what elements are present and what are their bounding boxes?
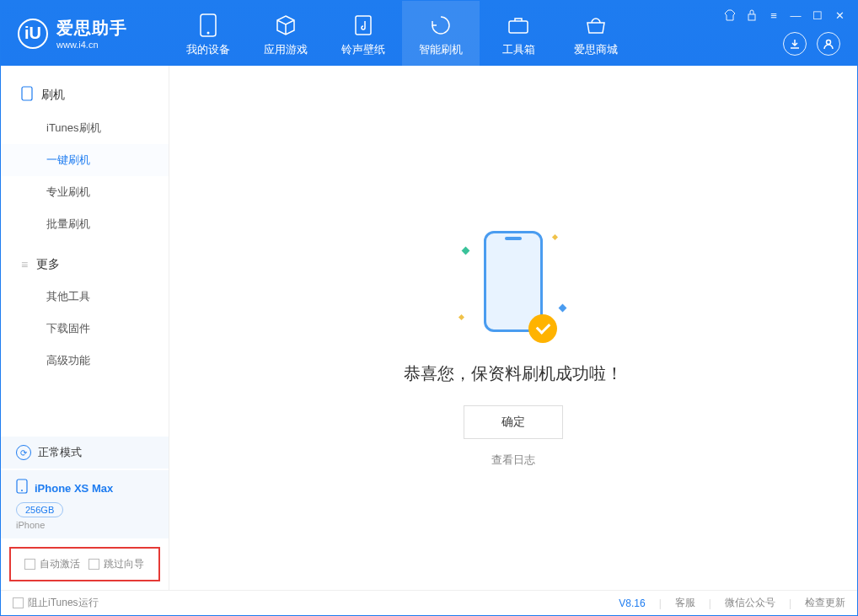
- sidebar-group-label: 更多: [36, 257, 60, 272]
- device-icon: [196, 13, 220, 37]
- lock-icon[interactable]: [744, 8, 759, 23]
- checkmark-badge-icon: [528, 314, 557, 343]
- nav-tab-flash[interactable]: 智能刷机: [402, 1, 480, 66]
- header-actions: [783, 32, 840, 56]
- sidebar-group-more: ≡ 更多: [1, 249, 169, 281]
- nav-tab-apps[interactable]: 应用游戏: [247, 1, 324, 66]
- version-label: V8.16: [619, 597, 645, 609]
- footer-link-support[interactable]: 客服: [675, 596, 695, 610]
- separator: |: [651, 597, 670, 609]
- nav-tab-ringtone[interactable]: 铃声壁纸: [324, 1, 402, 66]
- checkbox-icon: [88, 559, 99, 570]
- nav-tab-store[interactable]: 爱思商城: [557, 1, 635, 66]
- svg-point-1: [207, 32, 210, 35]
- minimize-icon[interactable]: —: [788, 8, 803, 23]
- device-name: iPhone XS Max: [35, 482, 113, 495]
- svg-rect-2: [356, 16, 371, 35]
- tshirt-icon[interactable]: [722, 8, 737, 23]
- sparkle-icon: [552, 233, 558, 239]
- nav-tab-label: 工具箱: [502, 42, 535, 57]
- sidebar-item-advanced[interactable]: 高级功能: [1, 345, 169, 377]
- app-logo-icon: iU: [18, 19, 48, 49]
- footer-link-update[interactable]: 检查更新: [805, 596, 845, 610]
- app-header: iU 爱思助手 www.i4.cn 我的设备 应用游戏 铃声壁纸 智能刷机 工具…: [1, 1, 857, 66]
- svg-rect-6: [22, 87, 32, 100]
- nav-tab-label: 铃声壁纸: [341, 42, 385, 57]
- mode-block[interactable]: ⟳ 正常模式: [1, 437, 169, 469]
- app-body: 刷机 iTunes刷机 一键刷机 专业刷机 批量刷机 ≡ 更多 其他工具 下载固…: [1, 66, 857, 590]
- nav-tab-toolbox[interactable]: 工具箱: [480, 1, 557, 66]
- app-title: 爱思助手: [56, 17, 127, 40]
- footer-link-wechat[interactable]: 微信公众号: [725, 596, 775, 610]
- music-file-icon: [351, 13, 375, 37]
- logo-text: 爱思助手 www.i4.cn: [56, 17, 127, 50]
- checkbox-label: 阻止iTunes运行: [28, 596, 99, 610]
- checkbox-icon: [13, 597, 24, 608]
- nav-tab-label: 智能刷机: [419, 42, 463, 57]
- device-icon: [16, 479, 28, 497]
- svg-rect-4: [748, 14, 755, 20]
- footer: 阻止iTunes运行 V8.16 | 客服 | 微信公众号 | 检查更新: [1, 590, 857, 615]
- checkbox-block-itunes[interactable]: 阻止iTunes运行: [13, 596, 99, 610]
- user-icon[interactable]: [817, 32, 840, 56]
- nav-tab-device[interactable]: 我的设备: [169, 1, 247, 66]
- sparkle-icon: [458, 313, 464, 319]
- device-block[interactable]: iPhone XS Max 256GB iPhone: [1, 470, 169, 538]
- main-content: 恭喜您，保资料刷机成功啦！ 确定 查看日志: [169, 66, 857, 590]
- store-icon: [584, 13, 608, 37]
- checkbox-auto-activate[interactable]: 自动激活: [24, 557, 80, 571]
- mode-icon: ⟳: [16, 445, 31, 460]
- sparkle-icon: [462, 246, 470, 254]
- close-icon[interactable]: ✕: [832, 8, 847, 23]
- view-log-link[interactable]: 查看日志: [491, 453, 535, 468]
- separator: |: [780, 597, 800, 609]
- sidebar-bottom: ⟳ 正常模式 iPhone XS Max 256GB iPhone 自动激活 跳: [1, 437, 169, 590]
- nav-tab-label: 应用游戏: [264, 42, 308, 57]
- separator: |: [700, 597, 720, 609]
- success-message: 恭喜您，保资料刷机成功啦！: [404, 362, 623, 385]
- device-type: iPhone: [16, 520, 153, 530]
- sidebar: 刷机 iTunes刷机 一键刷机 专业刷机 批量刷机 ≡ 更多 其他工具 下载固…: [1, 66, 169, 590]
- nav-tab-label: 我的设备: [186, 42, 230, 57]
- app-subtitle: www.i4.cn: [56, 40, 127, 50]
- footer-left: 阻止iTunes运行: [13, 596, 99, 610]
- success-illustration: [454, 222, 572, 340]
- sidebar-item-batch-flash[interactable]: 批量刷机: [1, 208, 169, 240]
- footer-right: V8.16 | 客服 | 微信公众号 | 检查更新: [619, 596, 845, 610]
- window-controls: ≡ — ☐ ✕: [722, 8, 847, 23]
- list-icon: ≡: [21, 258, 28, 271]
- nav-tab-label: 爱思商城: [574, 42, 618, 57]
- svg-point-8: [21, 490, 23, 491]
- device-capacity: 256GB: [16, 502, 63, 517]
- checkbox-label: 自动激活: [40, 557, 80, 571]
- toolbox-icon: [507, 13, 530, 37]
- maximize-icon[interactable]: ☐: [810, 8, 825, 23]
- sidebar-item-download-firmware[interactable]: 下载固件: [1, 313, 169, 345]
- download-icon[interactable]: [783, 32, 807, 56]
- phone-outline-icon: [21, 86, 33, 104]
- logo-block: iU 爱思助手 www.i4.cn: [1, 17, 169, 50]
- nav-tabs: 我的设备 应用游戏 铃声壁纸 智能刷机 工具箱 爱思商城: [169, 1, 635, 66]
- sparkle-icon: [559, 303, 567, 312]
- mode-label: 正常模式: [38, 445, 82, 460]
- refresh-shield-icon: [429, 13, 453, 37]
- svg-rect-3: [509, 21, 528, 33]
- svg-point-5: [827, 40, 831, 45]
- option-checkboxes: 自动激活 跳过向导: [9, 547, 160, 581]
- checkbox-skip-guide[interactable]: 跳过向导: [88, 557, 144, 571]
- sidebar-item-itunes-flash[interactable]: iTunes刷机: [1, 112, 169, 144]
- menu-icon[interactable]: ≡: [766, 8, 781, 23]
- ok-button[interactable]: 确定: [464, 405, 563, 439]
- checkbox-icon: [24, 559, 35, 570]
- sidebar-list: 刷机 iTunes刷机 一键刷机 专业刷机 批量刷机 ≡ 更多 其他工具 下载固…: [1, 66, 169, 437]
- sidebar-item-other-tools[interactable]: 其他工具: [1, 281, 169, 313]
- sidebar-group-label: 刷机: [41, 88, 65, 103]
- checkbox-label: 跳过向导: [104, 557, 144, 571]
- sidebar-group-flash: 刷机: [1, 78, 169, 112]
- sidebar-item-one-click-flash[interactable]: 一键刷机: [1, 144, 169, 176]
- sidebar-item-pro-flash[interactable]: 专业刷机: [1, 176, 169, 208]
- cube-icon: [274, 13, 298, 37]
